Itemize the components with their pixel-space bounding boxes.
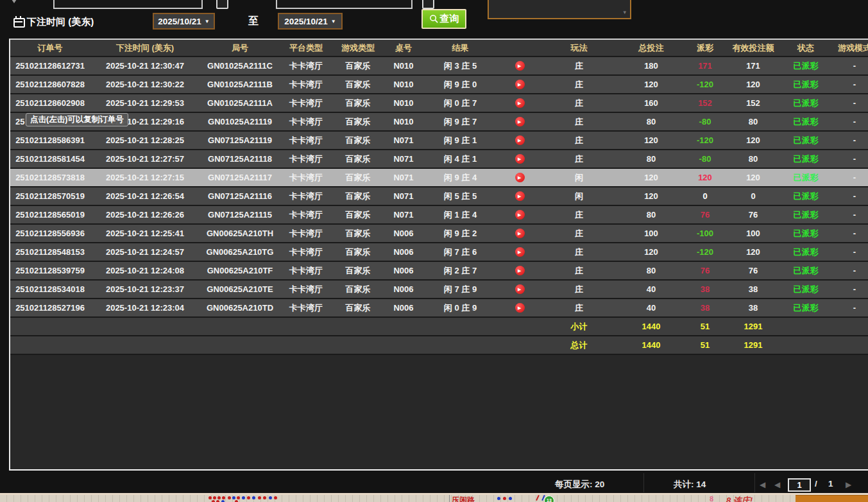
- video-play-icon[interactable]: [515, 98, 525, 108]
- cell-order-number[interactable]: 251021128539759: [10, 262, 90, 279]
- subtotal-payout: 51: [686, 318, 724, 335]
- table-row[interactable]: 251021128602908 2025-10-21 12:29:53 GN01…: [10, 94, 868, 113]
- cell-round-number: GN00625A210TD: [200, 299, 280, 316]
- grand-total-label: 总计: [542, 336, 616, 354]
- cell-result: 闲 9 庄 7: [423, 113, 497, 130]
- table-row[interactable]: 251021128539759 2025-10-21 12:24:08 GN00…: [10, 262, 868, 281]
- table-row[interactable]: 251021128612731 2025-10-21 12:30:47 GN01…: [10, 57, 868, 76]
- cell-payout: 0: [686, 187, 724, 205]
- cell-total-bet: 80: [616, 206, 686, 223]
- cell-platform: 卡卡湾厅: [280, 76, 332, 93]
- video-play-icon[interactable]: [515, 117, 525, 126]
- table-row[interactable]: 251021128534018 2025-10-21 12:23:37 GN00…: [10, 281, 868, 299]
- cell-bet-time: 2025-10-21 12:26:26: [90, 206, 200, 223]
- cell-game-mode: -: [829, 150, 868, 168]
- table-row[interactable]: 251021128570519 2025-10-21 12:26:54 GN07…: [10, 187, 868, 206]
- cell-order-number[interactable]: 251021128607828: [10, 76, 90, 93]
- table-row[interactable]: 251021128548153 2025-10-21 12:24:57 GN00…: [10, 243, 868, 262]
- table-row[interactable]: 251021128581454 2025-10-21 12:27:57 GN07…: [10, 150, 868, 169]
- cell-platform: 卡卡湾厅: [280, 225, 332, 242]
- cell-order-number[interactable]: 251021128534018: [10, 281, 90, 298]
- video-play-icon[interactable]: [515, 173, 525, 182]
- count-badge: 13: [544, 496, 554, 502]
- cell-payout: -120: [686, 132, 724, 149]
- video-play-icon[interactable]: [515, 229, 525, 238]
- cell-payout: -80: [686, 113, 724, 130]
- video-play-icon[interactable]: [515, 284, 525, 294]
- cell-round-number: GN07125A21118: [200, 150, 280, 168]
- video-play-icon[interactable]: [515, 266, 525, 275]
- table-row[interactable]: 25 2025-10-21 12:29:16 GN01025A21119 卡卡湾…: [10, 113, 868, 132]
- cell-video: [497, 113, 542, 130]
- video-play-icon[interactable]: [515, 210, 525, 220]
- date-from-picker[interactable]: 2025/10/21▼: [153, 13, 215, 30]
- top-input-2[interactable]: [276, 0, 413, 9]
- cell-order-number[interactable]: 251021128548153: [10, 243, 90, 261]
- table-row[interactable]: 251021128527196 2025-10-21 12:23:04 GN00…: [10, 299, 868, 318]
- video-play-icon[interactable]: [515, 61, 525, 71]
- cell-order-number[interactable]: 251021128602908: [10, 94, 90, 112]
- cell-status: 已派彩: [783, 187, 829, 205]
- header-time: 下注时间 (美东): [90, 40, 200, 56]
- cell-status: 已派彩: [783, 225, 829, 242]
- table-row[interactable]: 251021128586391 2025-10-21 12:28:25 GN07…: [10, 132, 868, 150]
- cell-bet-time: 2025-10-21 12:28:25: [90, 132, 200, 149]
- cell-result: 闲 7 庄 9: [423, 281, 497, 298]
- cell-game-mode: -: [829, 281, 868, 298]
- cell-order-number[interactable]: 251021128527196: [10, 299, 90, 316]
- cell-order-number[interactable]: 251021128586391: [10, 132, 90, 149]
- next-page-arrow-icon[interactable]: ▶: [846, 480, 851, 489]
- cell-play-type: 庄: [542, 113, 616, 130]
- roadmap-dot: [497, 497, 500, 500]
- top-input-1[interactable]: [53, 0, 203, 9]
- prev-page-arrow-icon[interactable]: ◀: [774, 480, 780, 489]
- roadmap-dot: [274, 496, 277, 499]
- page-total: 1: [828, 479, 833, 489]
- roadmap-dot: [269, 496, 272, 499]
- table-row[interactable]: 251021128573818 2025-10-21 12:27:15 GN07…: [10, 169, 868, 187]
- table-row[interactable]: 251021128607828 2025-10-21 12:30:22 GN01…: [10, 76, 868, 94]
- cell-table-number: N071: [384, 206, 423, 223]
- cell-total-bet: 40: [616, 299, 686, 316]
- cell-round-number: GN00625A210TE: [200, 281, 280, 298]
- cell-bet-time: 2025-10-21 12:25:41: [90, 225, 200, 242]
- subtotal-total-bet: 1440: [616, 318, 686, 335]
- table-row[interactable]: 251021128565019 2025-10-21 12:26:26 GN07…: [10, 206, 868, 225]
- cell-round-number: GN07125A21117: [200, 169, 280, 186]
- to-label: 至: [248, 15, 259, 28]
- cell-order-number[interactable]: 251021128573818: [10, 169, 90, 186]
- cell-order-number[interactable]: 251021128565019: [10, 206, 90, 223]
- table-row[interactable]: 251021128556936 2025-10-21 12:25:41 GN00…: [10, 225, 868, 243]
- query-button[interactable]: 查询: [421, 9, 466, 29]
- cell-order-number[interactable]: 251021128612731: [10, 57, 90, 74]
- date-to-value: 2025/10/21: [284, 17, 328, 26]
- top-dropdown[interactable]: ▾: [488, 0, 631, 19]
- video-play-icon[interactable]: [515, 247, 525, 257]
- clipped-caret-icon: [10, 0, 18, 3]
- orange-panel-edge: [796, 495, 868, 502]
- roadmap-dot: [258, 496, 261, 499]
- cell-platform: 卡卡湾厅: [280, 206, 332, 223]
- video-play-icon[interactable]: [515, 80, 525, 89]
- cell-video: [497, 132, 542, 149]
- page-input[interactable]: 1: [788, 478, 811, 492]
- calendar-mini-icon-2[interactable]: [422, 0, 434, 9]
- caret-down-icon: ▼: [331, 19, 336, 24]
- cell-total-bet: 120: [616, 169, 686, 186]
- video-play-icon[interactable]: [515, 303, 525, 313]
- cell-total-bet: 120: [616, 132, 686, 149]
- date-to-picker[interactable]: 2025/10/21▼: [278, 13, 343, 30]
- video-play-icon[interactable]: [515, 154, 525, 164]
- cell-total-bet: 40: [616, 281, 686, 298]
- video-play-icon[interactable]: [515, 135, 525, 145]
- cell-payout: -120: [686, 76, 724, 93]
- video-play-icon[interactable]: [515, 191, 525, 201]
- cell-video: [497, 225, 542, 242]
- cell-platform: 卡卡湾厅: [280, 299, 332, 316]
- first-page-arrow-icon[interactable]: ◀: [760, 480, 765, 489]
- cell-game-mode: -: [829, 243, 868, 261]
- cell-order-number[interactable]: 251021128581454: [10, 150, 90, 168]
- calendar-mini-icon-1[interactable]: [216, 0, 228, 9]
- cell-order-number[interactable]: 251021128556936: [10, 225, 90, 242]
- cell-order-number[interactable]: 251021128570519: [10, 187, 90, 205]
